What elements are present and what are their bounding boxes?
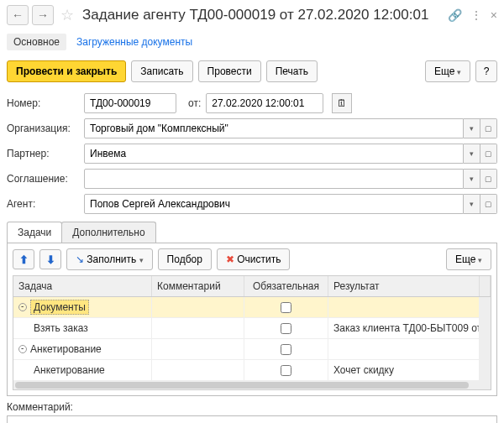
mandatory-cell — [244, 318, 328, 338]
partner-open-button[interactable]: ▢ — [480, 144, 497, 164]
move-up-button[interactable]: ⬆ — [13, 249, 34, 269]
mandatory-checkbox[interactable] — [281, 344, 291, 355]
result-cell: Хочет скидку — [328, 360, 480, 380]
agent-dropdown-button[interactable]: ▾ — [464, 194, 480, 214]
agent-label: Агент: — [7, 198, 79, 210]
from-label: от: — [188, 97, 201, 109]
post-and-close-button[interactable]: Провести и закрыть — [7, 60, 126, 82]
mandatory-cell — [244, 360, 328, 380]
comment-label: Комментарий: — [7, 401, 497, 413]
page-title: Задание агенту ТД00-000019 от 27.02.2020… — [82, 7, 444, 24]
table-row[interactable]: Документы — [13, 297, 491, 318]
table-row[interactable]: Анкетирование — [13, 339, 491, 360]
more-menu-icon[interactable]: ⋮ — [470, 8, 482, 22]
fill-icon: ↘ — [76, 253, 84, 265]
agreement-dropdown-button[interactable]: ▾ — [464, 169, 480, 189]
comment-textarea[interactable] — [7, 415, 497, 423]
agreement-open-button[interactable]: ▢ — [480, 169, 497, 189]
table-row[interactable]: Взять заказЗаказ клиента ТД00-БЫТ009 от … — [13, 318, 491, 339]
calendar-icon: 🗓 — [337, 97, 347, 109]
comment-cell — [152, 360, 244, 380]
result-cell: Заказ клиента ТД00-БЫТ009 от 27.02.202 — [328, 318, 480, 338]
agreement-input[interactable] — [84, 169, 464, 189]
help-button[interactable]: ? — [475, 60, 497, 82]
org-label: Организация: — [7, 123, 79, 134]
mandatory-checkbox[interactable] — [281, 302, 291, 313]
tasks-grid: Задача Комментарий Обязательная Результа… — [13, 275, 491, 390]
clear-icon: ✖ — [226, 253, 234, 265]
mandatory-cell — [244, 297, 328, 317]
grid-header-task[interactable]: Задача — [13, 276, 152, 296]
org-open-button[interactable]: ▢ — [480, 118, 497, 138]
task-cell: Взять заказ — [34, 322, 88, 334]
link-icon[interactable]: 🔗 — [448, 8, 462, 22]
org-dropdown-button[interactable]: ▾ — [464, 118, 480, 138]
print-button[interactable]: Печать — [266, 60, 318, 82]
select-button[interactable]: Подбор — [158, 248, 212, 270]
tab-additional[interactable]: Дополнительно — [61, 222, 155, 243]
task-cell: Документы — [30, 300, 89, 315]
grid-scrollbar-h[interactable] — [13, 381, 491, 389]
move-down-button[interactable]: ⬇ — [39, 249, 61, 269]
agent-input[interactable] — [84, 194, 464, 214]
clear-button[interactable]: ✖ Очистить — [217, 248, 291, 270]
agreement-label: Соглашение: — [7, 173, 79, 185]
grid-more-button[interactable]: Еще — [446, 248, 491, 270]
org-input[interactable] — [84, 118, 464, 138]
number-label: Номер: — [7, 97, 79, 109]
grid-header-comment[interactable]: Комментарий — [152, 276, 244, 296]
view-tab-main[interactable]: Основное — [7, 34, 66, 50]
group-expand-icon[interactable] — [18, 345, 27, 353]
mandatory-checkbox[interactable] — [281, 365, 291, 376]
mandatory-cell — [244, 339, 328, 359]
group-expand-icon[interactable] — [18, 303, 27, 311]
close-icon[interactable]: × — [491, 8, 497, 22]
grid-scrollbar-v[interactable] — [480, 276, 491, 296]
partner-label: Партнер: — [7, 148, 79, 159]
arrow-up-icon: ⬆ — [19, 253, 29, 266]
task-cell: Анкетирование — [34, 364, 105, 376]
grid-header-mandatory[interactable]: Обязательная — [244, 276, 328, 296]
result-cell — [328, 339, 480, 359]
comment-cell — [152, 339, 244, 359]
task-cell: Анкетирование — [30, 343, 102, 355]
more-button[interactable]: Еще — [425, 60, 470, 82]
agent-open-button[interactable]: ▢ — [480, 194, 497, 214]
partner-input[interactable] — [84, 144, 464, 164]
partner-dropdown-button[interactable]: ▾ — [464, 144, 480, 164]
arrow-down-icon: ⬇ — [46, 253, 55, 266]
date-input[interactable] — [206, 93, 323, 113]
calendar-button[interactable]: 🗓 — [332, 93, 352, 113]
favorite-star-icon[interactable]: ☆ — [60, 6, 74, 24]
nav-forward-button[interactable]: → — [32, 5, 54, 25]
view-tab-uploaded[interactable]: Загруженные документы — [76, 36, 192, 48]
table-row[interactable]: АнкетированиеХочет скидку — [13, 360, 491, 381]
comment-cell — [152, 318, 244, 338]
save-button[interactable]: Записать — [131, 60, 192, 82]
result-cell — [328, 297, 480, 317]
number-input[interactable] — [84, 93, 176, 113]
post-button[interactable]: Провести — [198, 60, 261, 82]
nav-back-button[interactable]: ← — [7, 5, 29, 25]
tab-tasks[interactable]: Задачи — [7, 222, 62, 243]
mandatory-checkbox[interactable] — [281, 323, 291, 334]
comment-cell — [152, 297, 244, 317]
fill-button[interactable]: ↘ Заполнить ▾ — [66, 248, 153, 270]
grid-header-result[interactable]: Результат — [328, 276, 480, 296]
